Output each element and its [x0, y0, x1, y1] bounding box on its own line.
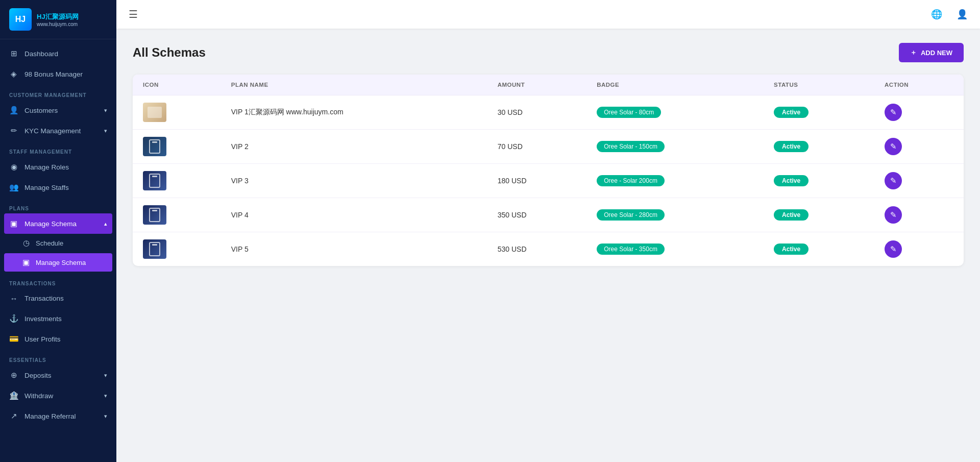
edit-button[interactable]: ✎ [885, 104, 902, 121]
add-new-button[interactable]: ＋ ADD NEW [899, 43, 964, 62]
edit-button[interactable]: ✎ [885, 240, 902, 258]
cell-amount: 70 USD [487, 130, 586, 164]
plus-icon: ＋ [910, 48, 917, 57]
sidebar-label-deposits: Deposits [24, 372, 52, 379]
sidebar-item-transactions[interactable]: ↔ Transactions [0, 288, 116, 308]
edit-button[interactable]: ✎ [885, 138, 902, 155]
schemas-table-card: ICON PLAN NAME AMOUNT BADGE STATUS ACTIO… [133, 75, 964, 266]
sidebar-label-transactions: Transactions [24, 295, 64, 302]
sidebar-subitem-manage-schema[interactable]: ▣ Manage Schema [4, 253, 112, 272]
chevron-down-icon: ▾ [104, 413, 107, 420]
table-row: VIP 3180 USDOree - Solar 200cmActive✎ [133, 164, 964, 198]
table-row: VIP 1汇聚源码网 www.huijuym.com30 USDOree Sol… [133, 95, 964, 130]
cell-icon [133, 232, 221, 266]
table-row: VIP 270 USDOree Solar - 150cmActive✎ [133, 130, 964, 164]
col-amount: AMOUNT [487, 75, 586, 95]
table-body: VIP 1汇聚源码网 www.huijuym.com30 USDOree Sol… [133, 95, 964, 266]
cell-status: Active [764, 130, 874, 164]
edit-button[interactable]: ✎ [885, 172, 902, 189]
dashboard-icon: ⊞ [9, 49, 18, 58]
cell-amount: 180 USD [487, 164, 586, 198]
sidebar-item-dashboard[interactable]: ⊞ Dashboard [0, 43, 116, 64]
sidebar-label-kyc: KYC Management [24, 127, 81, 135]
badge-label: Oree Solar - 150cm [597, 141, 665, 152]
bonus-manager-icon: ◈ [9, 69, 18, 79]
sidebar-label-bonus-manager: 98 Bonus Manager [24, 70, 83, 78]
cell-status: Active [764, 164, 874, 198]
sidebar-item-customers[interactable]: 👤 Customers ▾ [0, 100, 116, 120]
sidebar-item-investments[interactable]: ⚓ Investments [0, 308, 116, 329]
cell-action: ✎ [874, 95, 964, 130]
vip-icon [143, 171, 166, 190]
status-badge: Active [774, 209, 808, 221]
sidebar-item-kyc[interactable]: ✏ KYC Management ▾ [0, 120, 116, 141]
table-header-row: ICON PLAN NAME AMOUNT BADGE STATUS ACTIO… [133, 75, 964, 95]
sidebar-label-dashboard: Dashboard [24, 50, 58, 58]
vip-icon [143, 205, 166, 225]
cell-amount: 530 USD [487, 232, 586, 266]
cell-plan-name: VIP 2 [221, 130, 487, 164]
sidebar-label-user-profits: User Profits [24, 335, 61, 343]
cell-icon [133, 95, 221, 130]
sidebar-item-manage-schema[interactable]: ▣ Manage Schema ▴ [4, 213, 112, 234]
cell-status: Active [764, 198, 874, 232]
sidebar-item-user-profits[interactable]: 💳 User Profits [0, 329, 116, 349]
sidebar: HJ HJ汇聚源码网 www.huijuym.com ⊞ Dashboard ◈… [0, 0, 116, 462]
kyc-icon: ✏ [9, 126, 18, 135]
table-row: VIP 5530 USDOree Solar - 350cmActive✎ [133, 232, 964, 266]
manage-schema-sub-icon: ▣ [21, 258, 31, 267]
sidebar-item-manage-referral[interactable]: ↗ Manage Referral ▾ [0, 406, 116, 426]
schemas-table: ICON PLAN NAME AMOUNT BADGE STATUS ACTIO… [133, 75, 964, 266]
sidebar-label-manage-referral: Manage Referral [24, 412, 76, 420]
cell-icon [133, 130, 221, 164]
sidebar-item-bonus-manager[interactable]: ◈ 98 Bonus Manager [0, 64, 116, 84]
chevron-down-icon: ▾ [104, 372, 107, 379]
status-badge: Active [774, 175, 808, 186]
badge-label: Oree Solar - 80cm [597, 107, 661, 118]
cell-icon [133, 164, 221, 198]
globe-icon[interactable]: 🌐 [931, 9, 942, 20]
sidebar-item-withdraw[interactable]: 🏦 Withdraw ▾ [0, 385, 116, 406]
col-plan-name: PLAN NAME [221, 75, 487, 95]
chevron-up-icon: ▴ [104, 221, 107, 227]
cell-status: Active [764, 232, 874, 266]
badge-label: Oree Solar - 280cm [597, 209, 665, 221]
customers-icon: 👤 [9, 106, 18, 115]
section-customer-management: CUSTOMER MANAGEMENT [0, 84, 116, 100]
section-plans: PLANS [0, 198, 116, 213]
page-content: All Schemas ＋ ADD NEW ICON PLAN NAME AMO… [116, 29, 980, 462]
cell-status: Active [764, 95, 874, 130]
status-badge: Active [774, 107, 808, 118]
user-profile-icon[interactable]: 👤 [957, 9, 968, 20]
cell-action: ✎ [874, 164, 964, 198]
logo-icon: HJ [9, 8, 32, 31]
vip-icon [143, 239, 166, 259]
sidebar-item-deposits[interactable]: ⊕ Deposits ▾ [0, 365, 116, 385]
manage-staffs-icon: 👥 [9, 183, 18, 192]
investments-icon: ⚓ [9, 314, 18, 323]
page-title: All Schemas [133, 45, 206, 60]
cell-badge: Oree Solar - 350cm [586, 232, 764, 266]
user-profits-icon: 💳 [9, 334, 18, 344]
cell-plan-name: VIP 4 [221, 198, 487, 232]
sidebar-item-manage-staffs[interactable]: 👥 Manage Staffs [0, 177, 116, 198]
vip-icon [143, 137, 166, 156]
menu-toggle-button[interactable]: ☰ [129, 8, 138, 20]
edit-button[interactable]: ✎ [885, 206, 902, 224]
chevron-down-icon: ▾ [104, 128, 107, 134]
topbar: ☰ 🌐 👤 [116, 0, 980, 29]
sidebar-logo: HJ HJ汇聚源码网 www.huijuym.com [0, 0, 116, 39]
main-content: ☰ 🌐 👤 All Schemas ＋ ADD NEW ICON PLAN NA… [116, 0, 980, 462]
cell-plan-name: VIP 3 [221, 164, 487, 198]
sidebar-label-schedule: Schedule [36, 239, 63, 247]
schedule-icon: ◷ [21, 238, 31, 248]
sidebar-item-manage-roles[interactable]: ◉ Manage Roles [0, 157, 116, 177]
vip-shape-icon [149, 174, 160, 188]
cell-action: ✎ [874, 198, 964, 232]
cell-badge: Oree Solar - 280cm [586, 198, 764, 232]
section-staff-management: STAFF MANAGEMENT [0, 141, 116, 157]
vip-shape-icon [149, 139, 160, 154]
sidebar-label-manage-schema-sub: Manage Schema [36, 259, 86, 266]
cell-action: ✎ [874, 232, 964, 266]
sidebar-subitem-schedule[interactable]: ◷ Schedule [0, 234, 116, 252]
